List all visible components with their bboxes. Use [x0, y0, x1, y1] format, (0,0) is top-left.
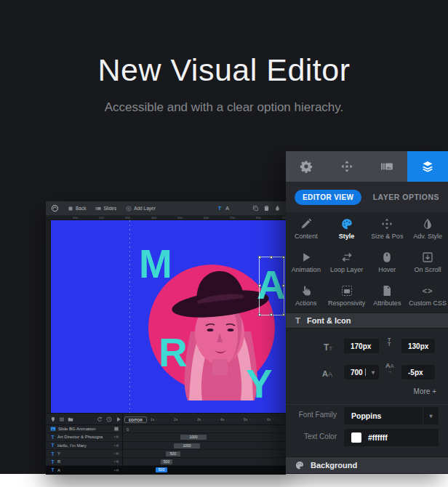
canvas-letter-y[interactable]: Y — [246, 364, 273, 404]
option-hover[interactable]: Hover — [367, 246, 408, 279]
timeline-duration-bar[interactable]: 500 — [156, 467, 167, 472]
timeline-duration-bar[interactable]: 1000 — [180, 435, 207, 440]
ease-icon[interactable] — [113, 467, 119, 473]
ease-icon[interactable] — [113, 434, 119, 440]
timeline-duration-bar[interactable]: 1000 — [174, 443, 200, 448]
option-custom-css[interactable]: <>Custom CSS — [407, 279, 448, 313]
timeline-editor-button[interactable]: EDITOR — [124, 416, 147, 423]
folder-icon[interactable] — [68, 416, 73, 422]
layers-icon — [421, 160, 434, 173]
font-family-value: Poppins — [351, 411, 381, 420]
delete-icon[interactable] — [263, 205, 270, 212]
refresh-icon[interactable] — [97, 416, 103, 422]
selection-box[interactable] — [259, 257, 284, 315]
timeline-row-slide-bg[interactable]: Slide BG Animation0 — [46, 425, 286, 433]
section-background[interactable]: Background — [286, 456, 448, 474]
font-weight-select[interactable]: 700 ▾ — [344, 365, 379, 379]
duplicate-icon[interactable] — [252, 205, 259, 212]
section-font-icon[interactable]: T Font & Icon — [286, 313, 448, 329]
vertical-ruler — [46, 220, 51, 413]
timeline-duration-bar[interactable]: 500 — [166, 451, 180, 456]
line-height-icon: TT — [388, 338, 391, 346]
font-size-input[interactable] — [344, 339, 379, 353]
canvas-letter-r[interactable]: R — [159, 333, 188, 373]
contrast-drop-icon — [422, 218, 433, 230]
gear-icon — [300, 160, 313, 173]
timeline-second-mark: 5s — [244, 417, 247, 422]
style-droplet-icon[interactable] — [274, 205, 281, 212]
timeline-row-letter-y[interactable]: TY500 — [46, 450, 286, 458]
pencil-icon — [300, 218, 312, 230]
option-loop-layer[interactable]: Loop Layer — [327, 246, 367, 279]
line-height-input[interactable] — [401, 339, 435, 353]
option-adv-style[interactable]: Adv. Style — [407, 212, 448, 246]
option-style[interactable]: Style — [327, 212, 367, 246]
selection-handle[interactable] — [282, 284, 285, 287]
text-color-input[interactable]: #ffffff — [344, 429, 439, 446]
palette-icon — [341, 218, 353, 230]
option-animation[interactable]: Animation — [286, 246, 327, 279]
font-t-icon: T — [295, 316, 300, 325]
panel-tab-modules[interactable] — [327, 151, 367, 182]
font-family-select[interactable]: Poppins ▾ — [344, 407, 439, 424]
timeline-row-art-director[interactable]: TArt Director & Photogra1000 — [46, 433, 286, 441]
panel-view-bar: EDITOR VIEW LAYER OPTIONS — [286, 182, 448, 212]
slide-canvas[interactable]: MARY — [51, 220, 286, 413]
option-label: Animation — [292, 266, 321, 273]
text-layer-icon: T — [50, 435, 55, 440]
selection-handle[interactable] — [270, 313, 273, 316]
pointer-icon — [300, 285, 312, 297]
timeline-row-letter-r[interactable]: TR500 — [46, 458, 286, 466]
timeline-row-hello-mary[interactable]: THello, I'm Mary1000 — [46, 442, 286, 450]
guide-line — [129, 220, 130, 413]
ease-icon[interactable] — [113, 451, 119, 456]
editor-toolbar: Back Slides Add Layer T A — [46, 201, 286, 215]
panel-tab-layers[interactable] — [407, 151, 448, 182]
option-content[interactable]: Content — [286, 212, 327, 246]
layer-options-title: LAYER OPTIONS — [373, 193, 439, 201]
panel-tab-settings[interactable] — [286, 151, 327, 182]
timeline-second-mark: 2s — [174, 417, 177, 422]
palette-icon — [295, 461, 304, 470]
option-responsivity[interactable]: Responsivity — [327, 279, 367, 313]
more-link[interactable]: More + — [414, 387, 436, 395]
option-on-scroll[interactable]: On Scroll — [407, 246, 448, 279]
list-icon[interactable] — [59, 416, 65, 422]
selection-handle[interactable] — [270, 256, 273, 259]
page-title: New Visual Editor — [0, 52, 448, 88]
option-actions[interactable]: Actions — [286, 279, 327, 313]
timeline-row-label: Hello, I'm Mary — [57, 443, 87, 448]
add-layer-button[interactable]: Add Layer — [126, 206, 156, 212]
editor-view-badge[interactable]: EDITOR VIEW — [295, 190, 361, 205]
option-attributes[interactable]: Attributes — [367, 279, 408, 313]
layer-options-panel: EDITOR VIEW LAYER OPTIONS ContentStyleSi… — [286, 151, 448, 474]
back-button[interactable]: Back — [68, 206, 86, 212]
selection-handle[interactable] — [258, 313, 261, 316]
slides-button[interactable]: Slides — [95, 206, 116, 212]
app-logo-icon — [51, 204, 59, 212]
timeline-row-letter-a[interactable]: TA500 — [46, 466, 286, 474]
pin-icon[interactable] — [50, 416, 56, 422]
font-controls: TT TT AA 700 ▾ AA → More + Font Family P… — [286, 329, 448, 456]
selection-handle[interactable] — [258, 284, 261, 287]
ruler-mark: 600 — [204, 216, 209, 220]
option-size-pos[interactable]: Size & Pos — [367, 212, 408, 246]
option-label: Size & Pos — [371, 233, 403, 240]
selection-handle[interactable] — [282, 256, 285, 259]
panel-tab-slides[interactable] — [367, 151, 408, 182]
chevron-down-icon: ▾ — [423, 407, 439, 424]
play-icon[interactable] — [116, 416, 121, 422]
ease-icon[interactable] — [113, 459, 119, 464]
clock-icon[interactable] — [106, 416, 112, 422]
canvas-letter-m[interactable]: M — [139, 244, 172, 284]
timeline-duration-bar[interactable]: 500 — [161, 459, 172, 464]
back-label: Back — [76, 206, 86, 211]
film-icon[interactable] — [113, 426, 119, 432]
letter-spacing-input[interactable] — [401, 365, 435, 379]
ruler-mark: 100 — [73, 216, 78, 220]
selection-handle[interactable] — [258, 256, 261, 259]
color-swatch — [351, 432, 361, 443]
ease-icon[interactable] — [113, 443, 119, 448]
move-icon — [381, 218, 393, 230]
selection-handle[interactable] — [282, 313, 285, 316]
